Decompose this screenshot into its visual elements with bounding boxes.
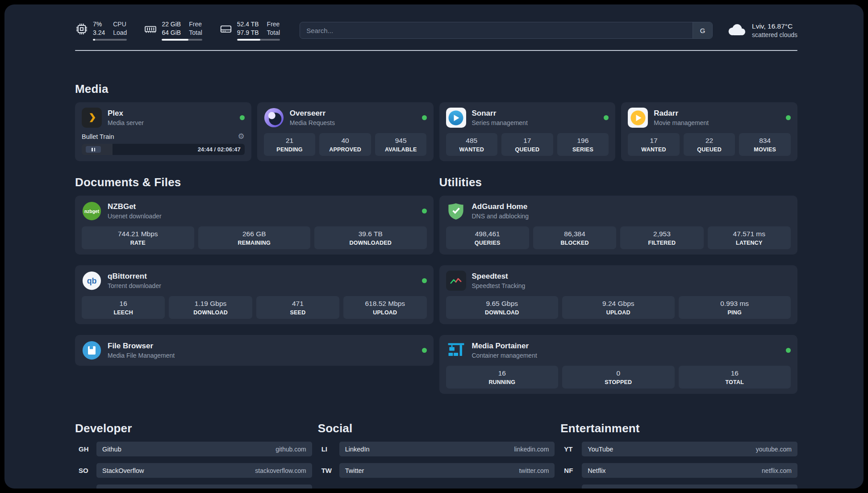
topbar-divider bbox=[75, 50, 797, 51]
memory-free-value: 22 GiB bbox=[162, 21, 181, 28]
stat-value: 744.21 Mbps bbox=[83, 230, 192, 238]
card-plex[interactable]: Plex Media server Bullet Train ⚙ 24:44 /… bbox=[75, 102, 251, 161]
radarr-icon bbox=[628, 108, 648, 128]
stat-label: LEECH bbox=[83, 309, 163, 316]
stat-label: DOWNLOAD bbox=[171, 309, 250, 316]
stat-value: 498,461 bbox=[448, 230, 527, 238]
card-sonarr[interactable]: Sonarr Series management 485 WANTED 17 Q… bbox=[439, 102, 616, 161]
stat-label: LATENCY bbox=[709, 240, 789, 246]
stat-box: 196 SERIES bbox=[557, 133, 609, 156]
stat-label: FILTERED bbox=[622, 240, 701, 246]
stat-label: AVAILABLE bbox=[377, 146, 425, 153]
window-frame: 7% 3.24 CPU Load bbox=[0, 0, 868, 493]
bookmark-abbr: NF bbox=[560, 467, 582, 474]
card-title: Radarr bbox=[654, 109, 709, 118]
memory-total-value: 64 GiB bbox=[162, 29, 181, 37]
stat-value: 0.993 ms bbox=[680, 300, 789, 308]
stat-box: 0.993 ms PING bbox=[679, 296, 791, 319]
bookmark-dev[interactable]: DT DEV dev.to bbox=[75, 485, 312, 489]
status-dot bbox=[422, 115, 427, 120]
stat-value: 1.19 Gbps bbox=[171, 300, 250, 308]
utilities-section: Utilities AdGuard Home DNS and adblockin… bbox=[439, 175, 798, 394]
svg-text:qb: qb bbox=[87, 276, 97, 285]
card-title: AdGuard Home bbox=[472, 202, 529, 211]
stat-value: 0 bbox=[564, 369, 673, 377]
stat-label: DOWNLOADED bbox=[316, 240, 425, 246]
card-title: Sonarr bbox=[472, 109, 528, 118]
pause-button[interactable] bbox=[86, 146, 101, 153]
card-subtitle: DNS and adblocking bbox=[472, 213, 529, 220]
cloud-icon bbox=[726, 23, 747, 38]
card-speedtest[interactable]: Speedtest Speedtest Tracking 9.65 Gbps D… bbox=[439, 265, 798, 324]
card-title: File Browser bbox=[108, 342, 175, 351]
bookmark-url: dev.to bbox=[290, 489, 306, 489]
stat-label: PENDING bbox=[266, 146, 314, 153]
card-adguard-home[interactable]: AdGuard Home DNS and adblocking 498,461 … bbox=[439, 196, 798, 255]
stat-box: 618.52 Mbps UPLOAD bbox=[343, 296, 426, 319]
bookmark-url: stackoverflow.com bbox=[255, 467, 306, 474]
card-media-portainer[interactable]: Media Portainer Container management 16 … bbox=[439, 335, 798, 394]
bookmark-stackoverflow[interactable]: SO StackOverflow stackoverflow.com bbox=[75, 463, 312, 478]
bookmark-url: reddit.com bbox=[763, 489, 792, 489]
stat-value: 266 GB bbox=[200, 230, 309, 238]
bookmark-netflix[interactable]: NF Netflix netflix.com bbox=[560, 463, 797, 478]
card-subtitle: Series management bbox=[472, 119, 528, 126]
stat-box: 22 QUEUED bbox=[684, 133, 735, 156]
card-overseerr[interactable]: Overseerr Media Requests 21 PENDING 40 A… bbox=[257, 102, 434, 161]
stat-label: QUERIES bbox=[448, 240, 527, 246]
card-file-browser[interactable]: File Browser Media File Management bbox=[75, 335, 434, 366]
media-section: Media Plex Media server Bullet Train bbox=[75, 82, 797, 161]
stat-value: 485 bbox=[448, 137, 496, 145]
stat-label: PING bbox=[680, 309, 789, 316]
bookmark-reddit[interactable]: RE Reddit reddit.com bbox=[560, 485, 797, 489]
card-subtitle: Media File Management bbox=[108, 352, 175, 359]
bookmark-youtube[interactable]: YT YouTube youtube.com bbox=[560, 442, 797, 456]
stat-value: 9.24 Gbps bbox=[564, 300, 673, 308]
bookmark-url: youtube.com bbox=[756, 446, 792, 453]
stat-value: 16 bbox=[448, 369, 557, 377]
memory-free-label: Free bbox=[189, 21, 202, 28]
search-provider-button[interactable]: G bbox=[693, 22, 712, 38]
bookmark-group-entertainment: Entertainment YT YouTube youtube.com NF … bbox=[560, 422, 797, 489]
card-qbittorrent[interactable]: qb qBittorrent Torrent downloader 16 LEE… bbox=[75, 265, 434, 324]
stat-value: 47.571 ms bbox=[709, 230, 789, 238]
stat-box: 945 AVAILABLE bbox=[375, 133, 427, 156]
search-input[interactable] bbox=[300, 22, 693, 38]
topbar: 7% 3.24 CPU Load bbox=[75, 18, 797, 43]
portainer-crane-icon bbox=[446, 340, 466, 360]
dashboard-panel: 7% 3.24 CPU Load bbox=[4, 4, 864, 489]
storage-total-label: Total bbox=[267, 29, 280, 37]
bookmark-url: linkedin.com bbox=[514, 446, 549, 453]
bookmark-abbr: LI bbox=[318, 445, 339, 453]
weather-condition: scattered clouds bbox=[752, 31, 797, 38]
bookmark-twitter[interactable]: TW Twitter twitter.com bbox=[318, 463, 555, 478]
status-dot bbox=[786, 115, 791, 120]
search-bar: G bbox=[300, 22, 713, 39]
bookmark-abbr: YT bbox=[560, 445, 582, 453]
stat-value: 17 bbox=[630, 137, 678, 145]
card-subtitle: Media server bbox=[108, 119, 144, 126]
stat-label: UPLOAD bbox=[564, 309, 673, 316]
stat-box: 16 TOTAL bbox=[679, 366, 791, 389]
stat-box: 485 WANTED bbox=[446, 133, 498, 156]
stat-box: 744.21 Mbps RATE bbox=[82, 226, 194, 249]
card-nzbget[interactable]: nzbget NZBGet Usenet downloader 744.21 M… bbox=[75, 196, 434, 255]
stat-box: 9.24 Gbps UPLOAD bbox=[562, 296, 675, 319]
stat-value: 618.52 Mbps bbox=[345, 300, 425, 308]
bookmark-github[interactable]: GH Github github.com bbox=[75, 442, 312, 456]
stat-value: 16 bbox=[680, 369, 789, 377]
player-progress-bar[interactable]: 24:44 / 02:06:47 bbox=[82, 144, 245, 155]
stat-box: 47.571 ms LATENCY bbox=[708, 226, 791, 249]
bookmark-name: StackOverflow bbox=[102, 467, 144, 474]
section-title-documents: Documents & Files bbox=[75, 175, 434, 189]
card-radarr[interactable]: Radarr Movie management 17 WANTED 22 QUE… bbox=[621, 102, 797, 161]
bookmark-name: LinkedIn bbox=[345, 446, 370, 453]
cpu-label: CPU bbox=[113, 21, 127, 28]
stat-value: 16 bbox=[83, 300, 163, 308]
stat-label: APPROVED bbox=[321, 146, 369, 153]
stat-value: 9.65 Gbps bbox=[448, 300, 557, 308]
settings-gear-icon[interactable]: ⚙ bbox=[238, 133, 245, 140]
bookmark-linkedin[interactable]: LI LinkedIn linkedin.com bbox=[318, 442, 555, 456]
memory-progress-bar bbox=[162, 39, 202, 41]
adguard-shield-icon bbox=[446, 201, 466, 221]
